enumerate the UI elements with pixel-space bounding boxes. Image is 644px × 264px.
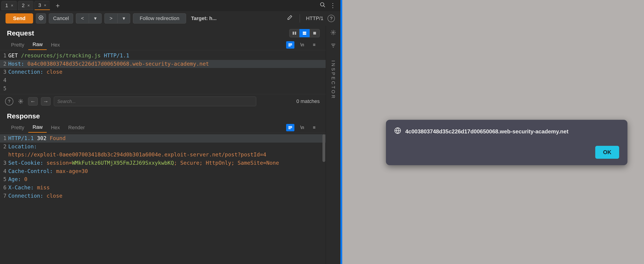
tab-pretty[interactable]: Pretty xyxy=(7,40,28,50)
alert-host: 4c003803748d35c226d17d00650068.web-secur… xyxy=(405,128,568,135)
search-input[interactable] xyxy=(54,96,256,106)
chevron-left-icon: < xyxy=(81,16,84,22)
svg-rect-13 xyxy=(288,127,292,128)
history-back-group: < ▾ xyxy=(76,13,102,24)
history-forward-menu[interactable]: ▾ xyxy=(117,13,130,24)
gear-icon[interactable] xyxy=(330,30,336,37)
ok-button[interactable]: OK xyxy=(595,146,619,159)
code-line[interactable]: 1HTTP/1.1 302 Found xyxy=(0,134,326,143)
code-line[interactable]: 2Location: xyxy=(0,143,326,151)
request-title: Request xyxy=(7,29,34,37)
response-header: Response xyxy=(0,109,326,121)
svg-rect-6 xyxy=(303,33,306,35)
tab-pretty[interactable]: Pretty xyxy=(7,123,28,133)
alert-dialog: 4c003803748d35c226d17d00650068.web-secur… xyxy=(386,120,628,165)
code-line[interactable]: 3Set-Cookie: session=WMkFutkz6UTMjX95FmJ… xyxy=(0,159,326,167)
newline-icon[interactable]: \n xyxy=(298,41,306,49)
request-view-tools: \n ≡ xyxy=(286,41,320,49)
history-back-button[interactable]: < xyxy=(76,13,89,24)
code-line[interactable]: 5Age: 0 xyxy=(0,175,326,184)
response-title: Response xyxy=(7,112,40,120)
close-icon[interactable]: × xyxy=(44,3,46,8)
search-icon[interactable] xyxy=(320,2,326,10)
inspector-label[interactable]: INSPECTOR xyxy=(330,60,336,99)
layout-columns-button[interactable] xyxy=(289,29,300,37)
code-line[interactable]: 5 xyxy=(0,85,326,93)
help-icon[interactable]: ? xyxy=(5,97,13,105)
svg-rect-12 xyxy=(288,126,292,127)
send-button[interactable]: Send xyxy=(6,13,33,24)
code-line[interactable]: 4 xyxy=(0,76,326,85)
svg-rect-4 xyxy=(295,32,296,35)
actions-icon[interactable] xyxy=(286,124,294,131)
request-panel: Request Pretty Ra xyxy=(0,26,326,109)
add-tab-button[interactable]: ＋ xyxy=(54,2,62,10)
response-editor[interactable]: 1HTTP/1.1 302 Found2Location: https://ex… xyxy=(0,133,326,264)
scrollbar-thumb[interactable] xyxy=(322,134,325,162)
chevron-right-icon: > xyxy=(110,16,112,22)
settings-button[interactable] xyxy=(36,13,46,24)
tab-3[interactable]: 3 × xyxy=(34,1,50,10)
code-line[interactable]: 6X-Cache: miss xyxy=(0,184,326,192)
code-line[interactable]: 2Host: 0a4c003803748d35c226d17d00650068.… xyxy=(0,60,326,68)
cancel-button[interactable]: Cancel xyxy=(49,13,73,24)
code-line[interactable]: https://exploit-0aee007003418db3c294d0b3… xyxy=(0,151,326,159)
tab-hex[interactable]: Hex xyxy=(47,40,64,50)
tab-hex[interactable]: Hex xyxy=(47,123,64,133)
follow-redirection-button[interactable]: Follow redirection xyxy=(133,13,186,24)
tab-render[interactable]: Render xyxy=(64,123,89,133)
svg-rect-9 xyxy=(288,45,292,45)
code-line[interactable]: 1GET /resources/js/tracking.js HTTP/1.1 xyxy=(0,52,326,60)
close-icon[interactable]: × xyxy=(11,3,13,8)
filter-icon[interactable] xyxy=(330,43,336,50)
inspector-rail: INSPECTOR xyxy=(326,26,340,264)
tab-1[interactable]: 1 × xyxy=(2,1,17,10)
newline-icon[interactable]: \n xyxy=(298,124,306,131)
search-prev-button[interactable]: ← xyxy=(28,97,38,105)
search-next-button[interactable]: → xyxy=(41,97,50,105)
svg-rect-3 xyxy=(293,32,294,35)
history-back-menu[interactable]: ▾ xyxy=(89,13,102,24)
edit-target-icon[interactable] xyxy=(286,15,294,22)
svg-rect-10 xyxy=(288,46,291,46)
code-line[interactable]: 3Connection: close xyxy=(0,68,326,76)
match-count: 0 matches xyxy=(296,98,320,104)
gear-icon xyxy=(38,15,44,22)
code-line[interactable]: 7Connection: close xyxy=(0,192,326,200)
gear-icon[interactable] xyxy=(16,97,25,105)
chevron-down-icon: ▾ xyxy=(94,16,96,22)
action-bar: Send Cancel < ▾ > ▾ Follow redirection T… xyxy=(0,11,340,26)
separator xyxy=(300,14,300,23)
tab-raw[interactable]: Raw xyxy=(28,40,47,50)
response-panel: Response Pretty Raw Hex Render \n ≡ xyxy=(0,109,326,264)
tab-raw[interactable]: Raw xyxy=(28,122,47,133)
tab-label: 2 xyxy=(22,3,24,9)
layout-rows-button[interactable] xyxy=(300,29,310,37)
close-icon[interactable]: × xyxy=(27,3,30,8)
request-search-row: ? ← → 0 matches xyxy=(0,94,326,109)
actions-icon[interactable] xyxy=(286,41,294,49)
layout-single-button[interactable] xyxy=(310,29,320,37)
svg-rect-7 xyxy=(313,32,316,35)
tab-2[interactable]: 2 × xyxy=(18,1,34,10)
kebab-menu-icon[interactable]: ⋮ xyxy=(330,2,336,9)
chevron-down-icon: ▾ xyxy=(122,16,125,22)
svg-point-2 xyxy=(40,17,42,19)
globe-icon xyxy=(394,127,401,136)
svg-line-1 xyxy=(324,6,325,7)
history-fwd-group: > ▾ xyxy=(104,13,130,24)
hamburger-icon[interactable]: ≡ xyxy=(310,124,318,131)
target-label: Target: h... xyxy=(191,16,217,22)
main-split: Request Pretty Ra xyxy=(0,26,340,264)
http-version-label[interactable]: HTTP/1 xyxy=(306,16,324,22)
code-line[interactable]: 4Cache-Control: max-age=30 xyxy=(0,167,326,176)
action-right: HTTP/1 ? xyxy=(286,14,335,23)
help-icon[interactable]: ? xyxy=(328,15,335,22)
history-forward-button[interactable]: > xyxy=(104,13,117,24)
hamburger-icon[interactable]: ≡ xyxy=(310,41,318,49)
request-editor[interactable]: 1GET /resources/js/tracking.js HTTP/1.12… xyxy=(0,50,326,94)
request-header: Request xyxy=(0,26,326,38)
scrollbar[interactable] xyxy=(322,134,325,262)
repeater-pane: 1 × 2 × 3 × ＋ ⋮ Send Cancel < ▾ xyxy=(0,0,340,264)
response-view-tabs: Pretty Raw Hex Render \n ≡ xyxy=(0,121,326,133)
